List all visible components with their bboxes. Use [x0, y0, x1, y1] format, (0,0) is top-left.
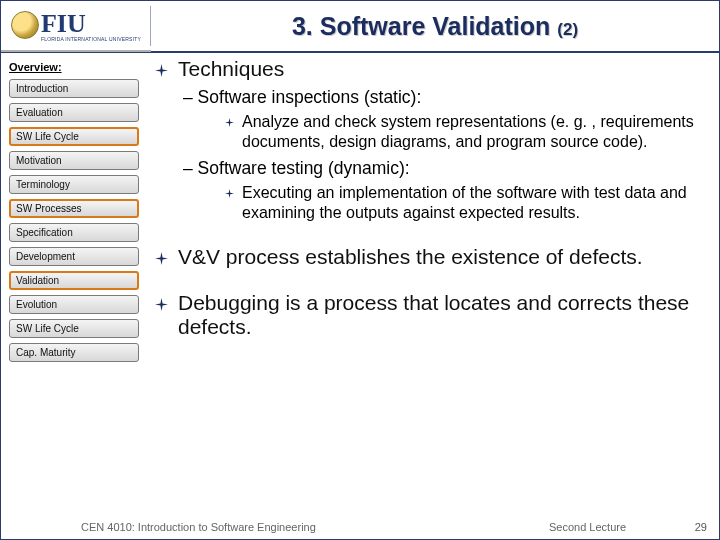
bullet-text: Techniques [178, 57, 284, 81]
title-main: 3. Software Validation [292, 12, 557, 40]
sidebar-item[interactable]: Validation [9, 271, 139, 290]
title-wrap: 3. Software Validation (2) [151, 12, 719, 41]
svg-marker-0 [155, 64, 168, 77]
footer-lecture: Second Lecture [549, 521, 679, 533]
slide: FIU FLORIDA INTERNATIONAL UNIVERSITY 3. … [0, 0, 720, 540]
sidebar-item[interactable]: Development [9, 247, 139, 266]
sidebar-nav: IntroductionEvaluationSW Life CycleMotiv… [9, 79, 143, 362]
sub-text: Software inspections (static): [198, 87, 422, 107]
sidebar-title: Overview: [9, 61, 143, 73]
star-bullet-icon [155, 298, 168, 311]
title-sub: (2) [557, 20, 578, 39]
detail-list: Executing an implementation of the softw… [225, 183, 701, 223]
sidebar-item[interactable]: SW Life Cycle [9, 127, 139, 146]
bullet-item: V&V process establishes the existence of… [155, 245, 701, 269]
header-bar: FIU FLORIDA INTERNATIONAL UNIVERSITY 3. … [1, 1, 719, 53]
page-title: 3. Software Validation (2) [292, 12, 578, 40]
sub-item: Software inspections (static): Analyze a… [183, 87, 701, 152]
star-bullet-icon [155, 252, 168, 265]
bullet-item: Techniques Software inspections (static)… [155, 57, 701, 223]
detail-item: Analyze and check system representations… [225, 112, 701, 152]
star-bullet-icon [225, 189, 234, 198]
logo-box: FIU FLORIDA INTERNATIONAL UNIVERSITY [1, 0, 151, 52]
svg-marker-3 [155, 252, 168, 265]
detail-text: Executing an implementation of the softw… [242, 183, 701, 223]
footer-page: 29 [679, 521, 707, 533]
bullet-list: Techniques Software inspections (static)… [155, 57, 701, 339]
sidebar-item[interactable]: Terminology [9, 175, 139, 194]
svg-marker-2 [225, 189, 234, 198]
sub-list: Software inspections (static): Analyze a… [183, 87, 701, 223]
sidebar-item[interactable]: Evolution [9, 295, 139, 314]
logo-text: FIU FLORIDA INTERNATIONAL UNIVERSITY [41, 9, 141, 42]
star-bullet-icon [225, 118, 234, 127]
detail-list: Analyze and check system representations… [225, 112, 701, 152]
sidebar-item[interactable]: Specification [9, 223, 139, 242]
logo-subtext: FLORIDA INTERNATIONAL UNIVERSITY [41, 36, 141, 42]
logo-acronym: FIU [41, 9, 86, 38]
university-seal-icon [11, 11, 39, 39]
footer: CEN 4010: Introduction to Software Engin… [1, 515, 719, 539]
sub-item: Software testing (dynamic): Executing an… [183, 158, 701, 223]
detail-text: Analyze and check system representations… [242, 112, 701, 152]
body: Overview: IntroductionEvaluationSW Life … [1, 53, 719, 517]
sidebar-item[interactable]: Introduction [9, 79, 139, 98]
content: Techniques Software inspections (static)… [151, 53, 719, 517]
bullet-item: Debugging is a process that locates and … [155, 291, 701, 339]
sidebar-item[interactable]: Cap. Maturity [9, 343, 139, 362]
detail-item: Executing an implementation of the softw… [225, 183, 701, 223]
sidebar: Overview: IntroductionEvaluationSW Life … [1, 53, 151, 517]
logo: FIU FLORIDA INTERNATIONAL UNIVERSITY [11, 9, 141, 42]
svg-marker-1 [225, 118, 234, 127]
sub-text: Software testing (dynamic): [198, 158, 410, 178]
sidebar-item[interactable]: SW Processes [9, 199, 139, 218]
bullet-text: Debugging is a process that locates and … [178, 291, 701, 339]
sidebar-item[interactable]: Evaluation [9, 103, 139, 122]
sidebar-item[interactable]: SW Life Cycle [9, 319, 139, 338]
sidebar-item[interactable]: Motivation [9, 151, 139, 170]
footer-course: CEN 4010: Introduction to Software Engin… [81, 521, 549, 533]
bullet-text: V&V process establishes the existence of… [178, 245, 643, 269]
star-bullet-icon [155, 64, 168, 77]
svg-marker-4 [155, 298, 168, 311]
